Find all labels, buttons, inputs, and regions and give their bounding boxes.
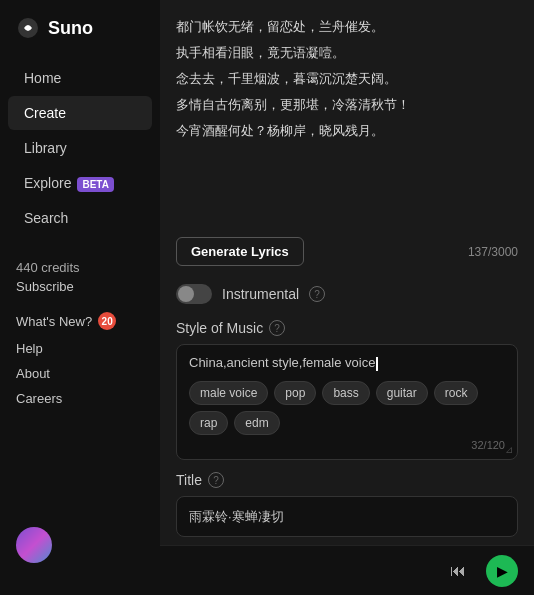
avatar[interactable] [16,527,52,563]
main-content: 都门帐饮无绪，留恋处，兰舟催发。执手相看泪眼，竟无语凝噎。念去去，千里烟波，暮霭… [160,0,534,595]
title-input-text: 雨霖铃·寒蝉凄切 [189,509,284,524]
lyric-line: 多情自古伤离别，更那堪，冷落清秋节！ [176,94,518,116]
toggle-knob [178,286,194,302]
title-help-icon[interactable]: ? [208,472,224,488]
generate-lyrics-row: Generate Lyrics 137/3000 [160,227,534,276]
sidebar-item-explore[interactable]: ExploreBETA [8,166,152,200]
nav-container: HomeCreateLibraryExploreBETASearch [0,60,160,236]
style-section-header: Style of Music ? [160,312,534,340]
style-section-title: Style of Music [176,320,263,336]
style-tag-rock[interactable]: rock [434,381,479,405]
play-button[interactable]: ▶ [486,555,518,587]
style-tag-male-voice[interactable]: male voice [189,381,268,405]
careers-link[interactable]: Careers [16,386,144,411]
skip-back-icon: ⏮ [450,562,466,580]
player-bar: ⏮ ▶ [160,545,534,595]
about-link[interactable]: About [16,361,144,386]
help-link[interactable]: Help [16,336,144,361]
instrumental-row: Instrumental ? [160,276,534,312]
avatar-area [0,511,160,579]
text-cursor [376,357,378,371]
subscribe-button[interactable]: Subscribe [16,279,144,294]
suno-logo-icon [16,16,40,40]
lyric-line: 都门帐饮无绪，留恋处，兰舟催发。 [176,16,518,38]
style-tags-row: male voicepopbassguitarrockrapedm [189,381,505,435]
title-input-box[interactable]: 雨霖铃·寒蝉凄切 [176,496,518,537]
style-input-text: China,ancient style,female voice [189,355,505,371]
app-name: Suno [48,18,93,39]
whats-new-badge: 20 [98,312,116,330]
lyric-line: 今宵酒醒何处？杨柳岸，晓风残月。 [176,120,518,142]
style-char-count: 32/120 [189,439,505,451]
title-label: Title [176,472,202,488]
sidebar-bottom: What's New? 20 Help About Careers [0,306,160,411]
whats-new-row[interactable]: What's New? 20 [16,306,144,336]
generate-lyrics-button[interactable]: Generate Lyrics [176,237,304,266]
lyrics-scroll[interactable]: 都门帐饮无绪，留恋处，兰舟催发。执手相看泪眼，竟无语凝噎。念去去，千里烟波，暮霭… [176,16,518,191]
logo-area: Suno [0,16,160,60]
style-help-icon[interactable]: ? [269,320,285,336]
sidebar-item-library[interactable]: Library [8,131,152,165]
whats-new-label: What's New? [16,314,92,329]
title-section: Title ? [160,464,534,492]
play-icon: ▶ [497,563,508,579]
sidebar-item-create[interactable]: Create [8,96,152,130]
style-tag-guitar[interactable]: guitar [376,381,428,405]
skip-back-button[interactable]: ⏮ [442,555,474,587]
sidebar-item-search[interactable]: Search [8,201,152,235]
style-tag-rap[interactable]: rap [189,411,228,435]
credits-text: 440 credits [16,260,144,275]
lyric-line: 念去去，千里烟波，暮霭沉沉楚天阔。 [176,68,518,90]
lyrics-char-count: 137/3000 [468,245,518,259]
instrumental-label: Instrumental [222,286,299,302]
lyrics-area: 都门帐饮无绪，留恋处，兰舟催发。执手相看泪眼，竟无语凝噎。念去去，千里烟波，暮霭… [160,0,534,227]
credits-area: 440 credits Subscribe [0,260,160,294]
instrumental-toggle[interactable] [176,284,212,304]
style-tag-pop[interactable]: pop [274,381,316,405]
style-tag-bass[interactable]: bass [322,381,369,405]
beta-badge: BETA [77,177,113,192]
lyric-line: 执手相看泪眼，竟无语凝噎。 [176,42,518,64]
sidebar: Suno HomeCreateLibraryExploreBETASearch … [0,0,160,595]
sidebar-item-home[interactable]: Home [8,61,152,95]
style-box[interactable]: China,ancient style,female voice male vo… [176,344,518,460]
instrumental-help-icon[interactable]: ? [309,286,325,302]
style-tag-edm[interactable]: edm [234,411,279,435]
resize-handle[interactable]: ⊿ [505,444,513,455]
